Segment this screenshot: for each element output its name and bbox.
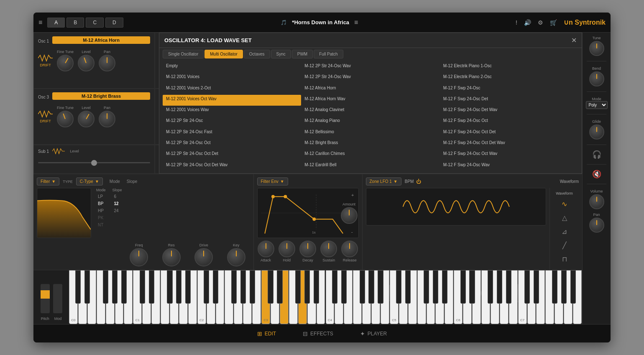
glide-knob[interactable] (589, 124, 604, 139)
wave-item[interactable]: M-12 F Swp 24-Osc Det (440, 95, 578, 106)
amount-knob[interactable] (341, 207, 358, 224)
cart-icon[interactable]: 🛒 (550, 19, 557, 26)
mode-lp[interactable]: LP (96, 194, 106, 199)
osc3-drift[interactable]: DRIFT (40, 119, 51, 123)
black-key[interactable] (442, 270, 447, 304)
wave-item[interactable]: M-12 Bright Brass (301, 139, 440, 150)
mode-bp[interactable]: BP (96, 201, 106, 206)
black-key[interactable] (524, 270, 530, 304)
wave-item[interactable]: M-12 2001 Voices Oct Wav (163, 95, 301, 106)
black-key[interactable] (460, 270, 466, 304)
filter-type-dropdown[interactable]: C-Type ▼ (76, 178, 103, 185)
black-key[interactable] (405, 270, 411, 304)
wf-ramp[interactable]: ╱ (561, 240, 568, 251)
lfo-dropdown[interactable]: Zone LFO 1 ▼ (366, 178, 401, 185)
black-key[interactable] (204, 270, 209, 304)
preset-tab-d[interactable]: D (105, 18, 123, 28)
decay-knob[interactable] (299, 241, 316, 257)
slope-24[interactable]: 24 (112, 208, 122, 213)
preset-menu-icon[interactable]: ≡ (354, 19, 358, 26)
black-key[interactable] (103, 270, 108, 304)
power-icon[interactable]: ⏻ (416, 179, 421, 185)
black-key[interactable] (552, 270, 557, 304)
drive-knob[interactable] (194, 248, 213, 266)
black-key[interactable] (332, 270, 337, 304)
wave-item[interactable]: M-12 2001 Voices (163, 73, 301, 84)
mode-pk[interactable]: PK (96, 215, 106, 221)
osc1-level-knob[interactable] (78, 55, 95, 71)
attack-knob[interactable] (258, 241, 274, 257)
wave-item[interactable]: M-12 F Swp 24-Osc Oct Det (440, 128, 578, 139)
wave-item[interactable]: M-12 F Swp 24-Osc Oct Det Wav (440, 139, 578, 150)
black-key[interactable] (84, 270, 90, 304)
wave-item[interactable]: M-12 F Swp 24-Osc Oct (440, 117, 578, 127)
volume-knob[interactable] (589, 194, 604, 209)
tab-edit[interactable]: ⊞ EDIT (250, 328, 283, 340)
wave-item[interactable]: M-12 Africa Horn Wav (301, 95, 440, 106)
release-knob[interactable] (341, 241, 358, 257)
black-key[interactable] (506, 270, 511, 304)
black-key[interactable] (570, 270, 576, 304)
hamburger-icon[interactable]: ≡ (38, 19, 42, 26)
wave-tab-multi[interactable]: Multi Oscillator (204, 50, 243, 58)
wave-item[interactable]: M-12 Electrik Piano 2-Osc (440, 73, 578, 84)
wave-item[interactable]: M-12 F Swp 24-Osc Wav (440, 161, 578, 172)
wave-item[interactable]: M-12 2001 Voices Wav (163, 106, 301, 117)
osc3-fine-tune-knob[interactable] (57, 111, 74, 127)
wave-tab-full[interactable]: Full Patch (314, 50, 343, 58)
black-key[interactable] (213, 270, 218, 304)
black-key[interactable] (295, 270, 301, 304)
wave-item[interactable]: M-12 Africa Horn (301, 84, 440, 95)
wave-item[interactable]: M-12 Electrik Piano 1-Osc (440, 62, 578, 73)
black-key[interactable] (250, 270, 255, 304)
black-key[interactable] (185, 270, 191, 304)
mode-select[interactable]: Poly Mono Legato (586, 101, 608, 109)
black-key[interactable] (304, 270, 310, 304)
osc3-pan-knob[interactable] (99, 111, 115, 127)
wave-item[interactable]: M-12 2P Str 24-Osc Oct Det Wav (163, 161, 301, 172)
osc3-level-knob[interactable] (78, 111, 95, 127)
wave-item[interactable]: M-12 Analog Piano (301, 117, 440, 127)
tune-knob[interactable] (589, 41, 604, 56)
black-key[interactable] (341, 270, 347, 304)
black-key[interactable] (176, 270, 181, 304)
wave-tab-pwm[interactable]: PWM (292, 50, 313, 58)
hold-knob[interactable] (279, 241, 295, 257)
osc1-fine-tune-knob[interactable] (57, 55, 74, 71)
tab-effects[interactable]: ⊟ EFFECTS (296, 328, 340, 340)
black-key[interactable] (277, 270, 282, 304)
wave-panel-close[interactable]: ✕ (571, 36, 577, 44)
black-key[interactable] (314, 270, 319, 304)
preset-tab-b[interactable]: B (66, 18, 84, 28)
wave-item[interactable]: M-12 F Swp 24-Osc (440, 84, 578, 95)
filter-env-dropdown[interactable]: Filter Env ▼ (257, 178, 288, 185)
slope-12[interactable]: 12 (112, 201, 122, 206)
black-key[interactable] (360, 270, 365, 304)
wave-item[interactable]: M-12 2001 Voices 2-Oct (163, 84, 301, 95)
headphone-icon[interactable]: 🎧 (592, 150, 601, 159)
wave-item[interactable]: M-12 2P Str 24-Osc Oct (163, 139, 301, 150)
wf-sine[interactable]: ∿ (560, 199, 568, 209)
black-key[interactable] (488, 270, 493, 304)
pan-knob-sidebar[interactable] (589, 218, 604, 233)
black-key[interactable] (368, 270, 374, 304)
wave-item[interactable]: Empty (163, 62, 301, 73)
black-key[interactable] (396, 270, 401, 304)
wave-tab-sync[interactable]: Sync (271, 50, 291, 58)
black-key[interactable] (167, 270, 172, 304)
wave-tab-single[interactable]: Single Oscillator (163, 50, 204, 58)
black-key[interactable] (469, 270, 475, 304)
wave-item[interactable]: M-12 F Swp 24-Osc Det Wav (440, 106, 578, 117)
wave-item[interactable]: M-12 F Swp 24-Osc Oct Wav (440, 150, 578, 160)
osc1-name[interactable]: M-12 Africa Horn (52, 36, 150, 44)
bend-knob[interactable] (589, 71, 604, 86)
wf-triangle[interactable]: △ (561, 213, 568, 223)
mod-strip[interactable] (53, 284, 62, 313)
black-key[interactable] (561, 270, 567, 304)
black-key[interactable] (121, 270, 127, 304)
sustain-knob[interactable] (320, 241, 337, 257)
wave-item[interactable]: M-12 Bellissimo (301, 128, 440, 139)
wf-sawtooth[interactable]: ⊿ (560, 226, 568, 237)
black-key[interactable] (240, 270, 246, 304)
wave-tab-octaves[interactable]: Octaves (244, 50, 270, 58)
